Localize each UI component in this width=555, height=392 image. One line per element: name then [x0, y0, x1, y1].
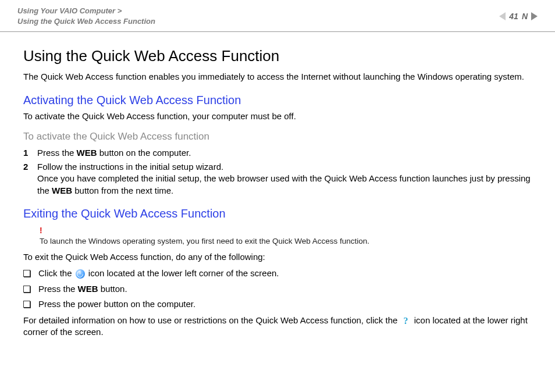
text-fragment: Click the	[38, 268, 74, 278]
list-item: Press the power button on the computer.	[23, 298, 532, 310]
web-button-label: WEB	[78, 284, 98, 294]
text-fragment: button.	[98, 284, 127, 294]
page-number: 41	[509, 12, 518, 21]
text-fragment: Press the	[38, 284, 78, 294]
page-title: Using the Quick Web Access Function	[23, 46, 532, 66]
exit-options-list: Click the icon located at the lower left…	[23, 268, 532, 310]
step-number: 2	[23, 161, 37, 197]
section-activating-heading: Activating the Quick Web Access Function	[23, 92, 532, 108]
warning-text: To launch the Windows operating system, …	[40, 236, 532, 247]
section-exiting-heading: Exiting the Quick Web Access Function	[23, 206, 532, 222]
exiting-paragraph: To exit the Quick Web Access function, d…	[23, 251, 532, 263]
activating-paragraph: To activate the Quick Web Access functio…	[23, 111, 532, 122]
help-icon: ?	[401, 316, 411, 326]
power-icon	[76, 269, 85, 279]
nav-letter: N	[522, 12, 528, 21]
text-fragment: For detailed information on how to use o…	[23, 315, 400, 325]
step-2: 2 Follow the instructions in the initial…	[23, 161, 532, 197]
page-header: Using Your VAIO Computer > Using the Qui…	[0, 0, 555, 32]
breadcrumb-line-2: Using the Quick Web Access Function	[17, 16, 155, 27]
page-content: Using the Quick Web Access Function The …	[0, 32, 555, 338]
step-1: 1 Press the WEB button on the computer.	[23, 147, 532, 159]
breadcrumb-line-1: Using Your VAIO Computer >	[17, 6, 155, 16]
list-item: Click the icon located at the lower left…	[23, 268, 532, 279]
step-text: Press the WEB button on the computer.	[37, 147, 532, 159]
text-fragment: button from the next time.	[72, 186, 173, 195]
step-number: 1	[23, 147, 37, 159]
intro-paragraph: The Quick Web Access function enables yo…	[23, 71, 532, 83]
web-button-label: WEB	[52, 186, 72, 195]
next-page-icon[interactable]	[531, 12, 538, 20]
text-fragment: button on the computer.	[97, 148, 191, 158]
bullet-icon	[23, 286, 30, 293]
breadcrumb: Using Your VAIO Computer > Using the Qui…	[17, 6, 155, 27]
step-text: Follow the instructions in the initial s…	[37, 161, 532, 197]
text-fragment: icon located at the lower left corner of…	[86, 268, 279, 278]
web-button-label: WEB	[77, 148, 97, 158]
activating-subheading: To activate the Quick Web Access functio…	[23, 130, 532, 144]
bullet-icon	[23, 270, 30, 277]
list-item-text: Press the power button on the computer.	[38, 298, 195, 310]
list-item: Press the WEB button.	[23, 283, 532, 295]
list-item-text: Click the icon located at the lower left…	[38, 268, 279, 279]
bullet-icon	[23, 301, 30, 308]
pager: 41 N	[499, 12, 538, 21]
warning-icon: !	[40, 225, 532, 236]
prev-page-icon[interactable]	[499, 12, 506, 20]
text-fragment: Press the	[37, 148, 77, 158]
activation-steps: 1 Press the WEB button on the computer. …	[23, 147, 532, 197]
tail-paragraph: For detailed information on how to use o…	[23, 315, 532, 338]
list-item-text: Press the WEB button.	[38, 283, 127, 295]
text-fragment: Follow the instructions in the initial s…	[37, 162, 223, 172]
